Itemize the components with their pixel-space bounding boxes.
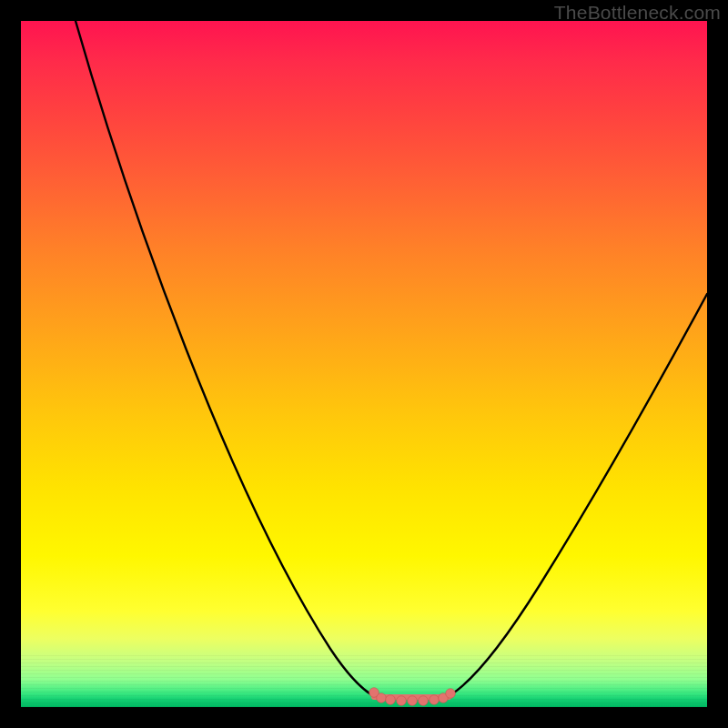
plot-area xyxy=(21,21,707,707)
valley-marker xyxy=(446,689,456,699)
curve-left-arm xyxy=(76,21,374,696)
valley-marker xyxy=(419,696,429,706)
valley-marker xyxy=(377,693,387,703)
chart-frame: TheBottleneck.com xyxy=(0,0,728,728)
watermark-text: TheBottleneck.com xyxy=(554,2,721,24)
valley-marker xyxy=(430,695,440,705)
valley-markers xyxy=(369,688,456,706)
valley-marker xyxy=(408,696,418,706)
bottleneck-curve xyxy=(21,21,707,707)
curve-right-arm xyxy=(449,294,707,696)
valley-marker xyxy=(397,696,407,706)
valley-marker xyxy=(386,695,396,705)
